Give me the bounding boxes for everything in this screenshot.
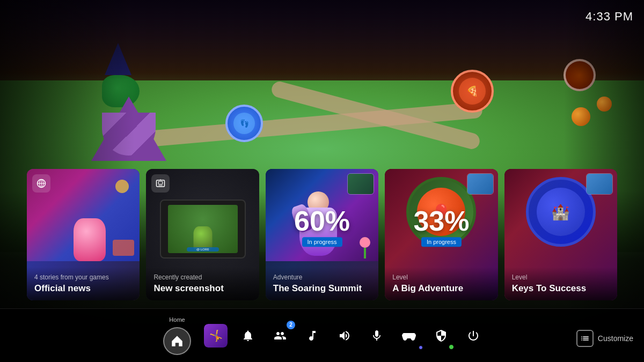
nav-volume-button[interactable] (331, 322, 358, 350)
nav-bar: Home 🤸 2 (0, 308, 644, 362)
card-summit-status: In progress (302, 237, 342, 247)
card-adventure-title: A Big Adventure (392, 283, 490, 294)
card-news-subtitle: 4 stories from your games (34, 274, 132, 281)
nav-home-group: Home (157, 316, 197, 355)
bell-icon (241, 329, 254, 342)
nav-shield-button[interactable] (427, 322, 455, 350)
card-summit-subtitle: Adventure (273, 274, 371, 281)
customize-list-icon (580, 334, 590, 343)
card-news-icon (32, 174, 50, 193)
card-adventure-percent: 33% (413, 207, 469, 235)
card-summit-content: Adventure The Soaring Summit (266, 267, 378, 300)
card-summit[interactable]: 60% In progress Adventure The Soaring Su… (266, 169, 378, 300)
friends-icon (274, 329, 287, 342)
nav-music-button[interactable] (298, 322, 326, 350)
nav-home-button[interactable] (163, 327, 191, 355)
card-adventure-percent-display: 33% In progress (413, 207, 469, 247)
nav-home-label: Home (169, 316, 185, 323)
nav-power-button[interactable] (459, 322, 487, 350)
volume-icon (338, 329, 351, 342)
card-summit-title: The Soaring Summit (273, 283, 371, 294)
card-news-title: Official news (34, 283, 132, 294)
svg-rect-5 (159, 181, 163, 184)
music-icon (306, 329, 319, 342)
keys-circle-inner: 🏰 (537, 188, 585, 236)
nav-notifications-button[interactable] (234, 322, 262, 350)
card-summit-percent-display: 60% In progress (294, 207, 350, 247)
card-keys-content: Level Keys To Success (504, 267, 617, 300)
customize-button[interactable]: Customize (576, 330, 633, 347)
card-screenshot-subtitle: Recently created (153, 274, 251, 281)
card-adventure-subtitle: Level (392, 274, 490, 281)
card-screenshot-icon (151, 174, 170, 193)
keys-circle-outer: 🏰 (526, 177, 596, 247)
card-adventure-status: In progress (421, 237, 462, 247)
card-news-content: 4 stories from your games Official news (27, 267, 140, 300)
screenshot-frame: @ LOR0 (160, 200, 246, 258)
card-keys[interactable]: 🏰 Level Keys To Success (504, 169, 617, 300)
clock: 4:33 PM (586, 10, 633, 24)
customize-label: Customize (598, 334, 633, 343)
game-node-1: 👣 (225, 105, 263, 142)
controller-status-dot (419, 345, 423, 350)
nav-friends-button[interactable]: 2 (266, 322, 294, 350)
card-keys-subtitle: Level (512, 274, 610, 281)
card-news[interactable]: 4 stories from your games Official news (27, 169, 140, 300)
card-adventure-content: Level A Big Adventure (385, 267, 497, 300)
card-adventure-thumb (467, 173, 494, 195)
card-summit-percent: 60% (294, 207, 350, 235)
card-keys-thumb (586, 173, 613, 195)
card-screenshot[interactable]: @ LOR0 Recently created New screenshot (146, 169, 259, 300)
controller-icon (402, 330, 416, 342)
shield-icon (435, 329, 448, 342)
nav-center: Home 🤸 2 (0, 316, 644, 355)
power-icon (467, 329, 480, 342)
news-player-character (74, 218, 106, 261)
friends-badge: 2 (287, 321, 295, 329)
mic-icon (370, 329, 383, 342)
nav-game-icon: 🤸 (204, 324, 228, 348)
nav-mic-button[interactable] (363, 322, 391, 350)
card-screenshot-content: Recently created New screenshot (146, 267, 259, 300)
cards-row: 4 stories from your games Official news … (27, 169, 617, 300)
customize-icon (576, 330, 594, 347)
nav-game-button[interactable]: 🤸 (202, 322, 230, 350)
card-keys-title: Keys To Success (512, 283, 610, 294)
shield-green-dot (449, 344, 454, 350)
nav-controller-button[interactable] (395, 322, 423, 350)
home-icon (170, 334, 184, 348)
card-adventure[interactable]: 🎈 33% In progress Level A Big Adventure (385, 169, 497, 300)
card-screenshot-title: New screenshot (153, 283, 251, 294)
card-summit-thumb (347, 173, 374, 195)
